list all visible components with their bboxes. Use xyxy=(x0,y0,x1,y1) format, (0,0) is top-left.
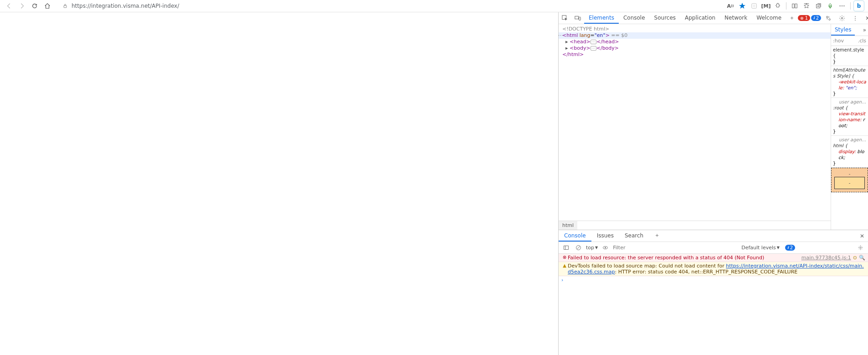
tab-sources[interactable]: Sources xyxy=(650,12,680,24)
tab-application[interactable]: Application xyxy=(680,12,720,24)
block-icon[interactable] xyxy=(749,0,760,11)
drawer-close-icon[interactable]: ✕ xyxy=(856,233,868,239)
drawer-add-tab[interactable]: ＋ xyxy=(649,230,665,242)
tab-network[interactable]: Network xyxy=(720,12,752,24)
svg-point-13 xyxy=(829,18,831,20)
hov-toggle[interactable]: :hov xyxy=(833,38,844,44)
collections-icon[interactable] xyxy=(813,0,824,11)
body-element-line[interactable]: ▸ <body>⋯</body> xyxy=(559,45,831,51)
performance-icon[interactable] xyxy=(825,0,836,11)
doctype-line: <!DOCTYPE html> xyxy=(562,26,609,32)
styles-tab[interactable]: Styles xyxy=(831,24,855,36)
console-issue-badge[interactable]: 2 xyxy=(785,245,795,251)
html-selector[interactable]: html { xyxy=(833,143,866,149)
devtools-rendering-icon[interactable] xyxy=(822,12,835,24)
favorite-star-icon[interactable] xyxy=(737,0,748,11)
svg-rect-3 xyxy=(792,4,794,8)
error-message: Failed to load resource: the server resp… xyxy=(568,255,797,261)
page-viewport xyxy=(0,12,558,355)
svg-point-8 xyxy=(843,5,844,6)
more-menu-icon[interactable] xyxy=(837,0,847,11)
error-icon: ⊗ xyxy=(561,255,568,260)
svg-rect-10 xyxy=(575,16,579,19)
drawer-tab-issues[interactable]: Issues xyxy=(591,230,619,242)
console-error-row[interactable]: ⊗ Failed to load resource: the server re… xyxy=(559,254,868,262)
tab-welcome[interactable]: Welcome xyxy=(752,12,786,24)
html-element-line[interactable]: ⋯<html lang="en"> == $0 xyxy=(559,32,831,39)
dom-tree[interactable]: <!DOCTYPE html> ⋯<html lang="en"> == $0 … xyxy=(559,24,831,221)
svg-rect-0 xyxy=(64,5,67,8)
head-element-line[interactable]: ▸ <head>⋯</head> xyxy=(559,39,831,45)
live-expression-icon[interactable] xyxy=(601,245,610,251)
drawer-tab-search[interactable]: Search xyxy=(619,230,649,242)
add-tab-icon[interactable]: ＋ xyxy=(786,12,798,24)
crumb-html[interactable]: html xyxy=(559,221,577,230)
svg-point-14 xyxy=(841,17,843,19)
svg-rect-15 xyxy=(564,246,569,249)
toolbar-actions: A)) [M] b xyxy=(725,0,864,11)
html-close-line: </html> xyxy=(559,51,831,58)
console-filter-input[interactable] xyxy=(613,245,679,251)
devtools-tabbar: Elements Console Sources Application Net… xyxy=(559,12,868,24)
error-source-link[interactable]: main.97738c45.js:1 xyxy=(797,255,851,261)
split-screen-icon[interactable] xyxy=(789,0,800,11)
inspect-element-icon[interactable] xyxy=(559,12,571,24)
warning-icon: ▲ xyxy=(561,263,568,268)
console-prompt[interactable]: › xyxy=(559,276,868,284)
back-button[interactable] xyxy=(4,0,15,11)
box-model: - - xyxy=(831,168,868,192)
styles-expand-icon[interactable]: » xyxy=(861,27,868,33)
tab-console[interactable]: Console xyxy=(619,12,650,24)
devtools-close-icon[interactable]: ✕ xyxy=(862,12,868,24)
forward-button[interactable] xyxy=(16,0,27,11)
svg-point-19 xyxy=(860,247,861,248)
read-aloud-icon[interactable]: A)) xyxy=(725,0,736,11)
lock-icon[interactable] xyxy=(62,2,69,10)
devtools-panel: Elements Console Sources Application Net… xyxy=(558,12,868,355)
svg-point-18 xyxy=(605,247,606,248)
log-levels-select[interactable]: Default levels ▼ xyxy=(741,245,780,251)
clear-console-icon[interactable] xyxy=(574,245,583,251)
console-sidebar-toggle[interactable] xyxy=(561,245,571,251)
svg-point-6 xyxy=(840,5,841,6)
refresh-button[interactable] xyxy=(29,0,40,11)
styles-pane: Styles » :hov .cls element.style { } ht xyxy=(831,24,868,230)
issue-badge-icon[interactable]: ⊙ xyxy=(853,255,857,261)
svg-rect-4 xyxy=(795,4,797,8)
dom-breadcrumb: html xyxy=(559,221,831,230)
console-warning-row[interactable]: ▲ DevTools failed to load source map: Co… xyxy=(559,262,868,276)
m-icon[interactable]: [M] xyxy=(760,0,771,11)
browser-toolbar: https://integration.visma.net/API-index/… xyxy=(0,0,868,12)
search-icon[interactable]: 🔍 xyxy=(859,255,865,261)
address-bar[interactable]: https://integration.visma.net/API-index/ xyxy=(57,1,720,11)
context-select[interactable]: top ▼ xyxy=(586,245,598,251)
bing-button[interactable]: b xyxy=(853,0,864,11)
settings-icon[interactable] xyxy=(836,12,848,24)
html-attr-selector[interactable]: html[Attributes Style] { xyxy=(833,67,866,79)
home-button[interactable] xyxy=(42,0,53,11)
device-toolbar-icon[interactable] xyxy=(571,12,584,24)
console-drawer: Console Issues Search ＋ ✕ top ▼ xyxy=(559,230,868,355)
error-badge[interactable]: 1 xyxy=(798,15,810,21)
url-text: https://integration.visma.net/API-index/ xyxy=(72,3,716,9)
element-style-selector[interactable]: element.style { xyxy=(833,47,866,59)
info-badge[interactable]: 2 xyxy=(811,15,821,21)
svg-rect-2 xyxy=(753,5,755,7)
warning-message: DevTools failed to load source map: Coul… xyxy=(568,263,865,275)
cls-toggle[interactable]: .cls xyxy=(858,38,866,44)
console-settings-icon[interactable] xyxy=(856,245,865,251)
drawer-tab-console[interactable]: Console xyxy=(559,230,591,242)
favorites-icon[interactable] xyxy=(801,0,812,11)
svg-point-7 xyxy=(842,5,842,6)
extension-icon[interactable] xyxy=(772,0,783,11)
svg-point-12 xyxy=(827,16,828,18)
root-selector[interactable]: :root { xyxy=(833,105,866,111)
svg-rect-11 xyxy=(579,17,581,20)
devtools-more-icon[interactable]: ⋮ xyxy=(849,12,861,24)
tab-elements[interactable]: Elements xyxy=(584,12,619,24)
